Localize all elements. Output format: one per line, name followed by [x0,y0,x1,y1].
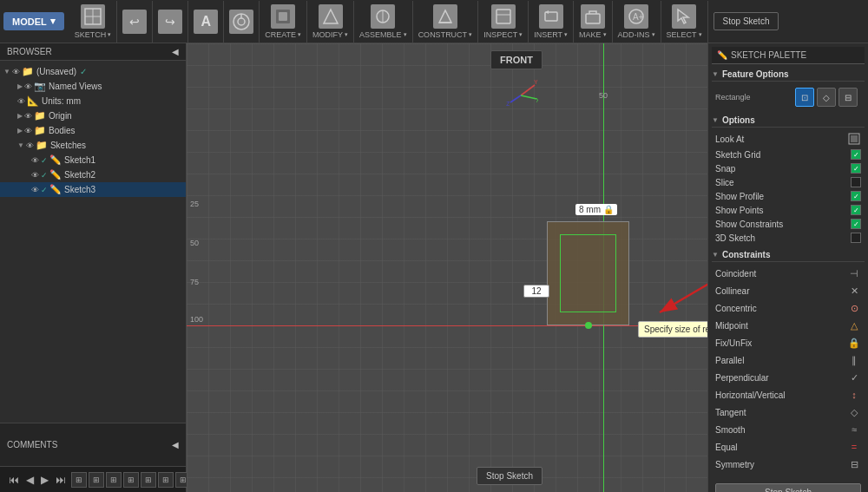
tree-item-units[interactable]: 👁 📐 Units: mm [0,94,186,108]
toolbar-insert[interactable]: INSERT ▾ [529,1,574,43]
3d-sketch-checkbox[interactable] [851,233,861,243]
tree-item-unsaved[interactable]: ▼ 👁 📁 (Unsaved) ✓ [0,64,186,79]
option-show-points[interactable]: Show Points [712,203,865,217]
tl-prev[interactable]: ◀ [24,472,36,488]
tree-label-sketch2: Sketch2 [64,170,95,180]
toolbar-inspect[interactable]: INSPECT ▾ [478,1,529,43]
dimension-label-top[interactable]: 8 mm 🔒 [575,204,617,215]
toolbar-assemble[interactable]: ASSEMBLE ▾ [354,1,413,43]
toolbar-create[interactable]: CREATE ▾ [260,1,307,43]
symmetry-icon: ⊟ [847,457,861,471]
option-slice[interactable]: Slice [712,175,865,189]
toolbar-redo[interactable]: ↪ [153,1,188,43]
browser-collapse-icon[interactable]: ◀ [172,47,179,56]
options-title[interactable]: ▼ Options [712,114,865,128]
palette-icon: ✏️ [717,50,727,60]
tree-item-sketch1[interactable]: 👁 ✓ ✏️ Sketch1 [0,153,186,167]
svg-line-20 [660,252,707,312]
toolbar-save[interactable] [224,1,260,43]
tree-item-sketches[interactable]: ▼ 👁 📁 Sketches [0,138,186,153]
option-3d-sketch[interactable]: 3D Sketch [712,231,865,245]
constraint-parallel[interactable]: Parallel ∥ [712,351,865,369]
option-show-profile[interactable]: Show Profile [712,189,865,203]
toolbar-modify[interactable]: MODIFY ▾ [307,1,354,43]
toolbar-stop-sketch[interactable]: Stop Sketch [708,1,785,43]
show-constraints-checkbox[interactable] [851,219,861,229]
tl-frame-5[interactable]: ⊞ [141,472,156,488]
tree-eye-units[interactable]: 👁 [17,97,25,106]
tl-skip-start[interactable]: ⏮ [7,472,21,488]
snap-checkbox[interactable] [851,163,861,174]
tl-frame-1[interactable]: ⊞ [71,472,87,488]
tree-item-named-views[interactable]: ▶ 👁 📷 Named Views [0,79,186,94]
constraint-perpendicular[interactable]: Perpendicular ✓ [712,369,865,386]
constraints-title[interactable]: ▼ Constraints [712,248,865,262]
tree-eye-sk3[interactable]: 👁 [31,186,39,194]
tl-frame-2[interactable]: ⊞ [89,472,104,488]
sketch1-icon: ✏️ [49,154,62,166]
toolbar-undo[interactable]: ↩ [117,1,153,43]
constraint-collinear[interactable]: Collinear ✕ [712,282,865,299]
canvas-area[interactable]: 100 75 50 25 50 8 mm 🔒 12 [187,43,707,492]
constraint-midpoint[interactable]: Midpoint △ [712,317,865,334]
tree-eye-origin[interactable]: 👁 [24,112,32,121]
rect-type-center[interactable]: ◇ [817,88,836,107]
rect-type-corner[interactable]: ⊡ [795,88,814,107]
feature-options-row: Rectangle ⊡ ◇ ⊟ [712,84,865,110]
slice-checkbox[interactable] [851,177,861,187]
stop-sketch-canvas-button[interactable]: Stop Sketch [477,467,542,485]
tl-frame-4[interactable]: ⊞ [123,472,139,488]
sketch2-icon: ✏️ [49,169,62,180]
tree-eye-bodies[interactable]: 👁 [24,127,32,135]
tl-frame-3[interactable]: ⊞ [106,472,122,488]
toolbar-text[interactable]: A [188,1,224,43]
tree-eye-sk2[interactable]: 👁 [31,171,39,180]
tree-item-origin[interactable]: ▶ 👁 📁 Origin [0,108,186,123]
sketch-label: SKETCH ▾ [75,30,112,39]
constraint-concentric[interactable]: Concentric ⊙ [712,299,865,317]
rect-type-3pt[interactable]: ⊟ [838,88,858,107]
tree-item-bodies[interactable]: ▶ 👁 📁 Bodies [0,123,186,138]
constraint-coincident[interactable]: Coincident ⊣ [712,265,865,282]
svg-marker-18 [678,10,688,23]
option-snap[interactable]: Snap [712,161,865,175]
show-profile-checkbox[interactable] [851,191,861,201]
ruler-h-50: 50 [599,91,608,100]
sketch-icon [81,4,105,29]
model-button[interactable]: MODEL ▾ [3,12,64,30]
toolbar-construct[interactable]: CONSTRUCT ▾ [413,1,479,43]
toolbar-select[interactable]: SELECT ▾ [661,1,708,43]
tree-item-sketch3[interactable]: 👁 ✓ ✏️ Sketch3 [0,182,186,197]
inspect-label: INSPECT ▾ [483,30,523,39]
constraint-horizontal-vertical[interactable]: Horizontal/Vertical ↕ [712,386,865,403]
tree-eye-sk1[interactable]: 👁 [31,156,39,165]
constraint-symmetry[interactable]: Symmetry ⊟ [712,456,865,473]
palette-stop-sketch-button[interactable]: Stop Sketch [715,483,861,492]
sketch-grid-checkbox[interactable] [851,149,861,160]
toolbar-sketch[interactable]: SKETCH ▾ [69,1,118,43]
constraint-smooth[interactable]: Smooth ≈ [712,421,865,438]
toolbar-addins[interactable]: A+ ADD-INS ▾ [613,1,661,43]
dimension-label-left[interactable]: 12 [523,285,549,298]
option-sketch-grid[interactable]: Sketch Grid [712,148,865,161]
tl-frame-6[interactable]: ⊞ [158,472,174,488]
constraint-fix[interactable]: Fix/UnFix 🔒 [712,334,865,351]
option-show-constraints[interactable]: Show Constraints [712,217,865,231]
option-look-at[interactable]: Look At [712,130,865,148]
front-label: FRONT [490,50,542,69]
constraint-equal[interactable]: Equal = [712,438,865,456]
tree-eye-nv[interactable]: 👁 [24,82,32,91]
tree-item-sketch2[interactable]: 👁 ✓ ✏️ Sketch2 [0,167,186,182]
tl-skip-end[interactable]: ⏭ [54,472,68,488]
toolbar-make[interactable]: MAKE ▾ [574,1,613,43]
tl-next[interactable]: ▶ [39,472,50,488]
feature-options-title[interactable]: ▼ Feature Options [712,68,865,82]
tree-eye[interactable]: 👁 [12,68,20,76]
look-at-icon[interactable] [847,132,861,146]
tree-eye-sketches[interactable]: 👁 [26,141,34,150]
comments-expand[interactable]: ◀ [172,440,179,449]
show-points-checkbox[interactable] [851,205,861,215]
constraint-tangent[interactable]: Tangent ◇ [712,403,865,421]
named-views-icon: 📷 [34,81,46,92]
stop-sketch-button[interactable]: Stop Sketch [713,12,779,30]
